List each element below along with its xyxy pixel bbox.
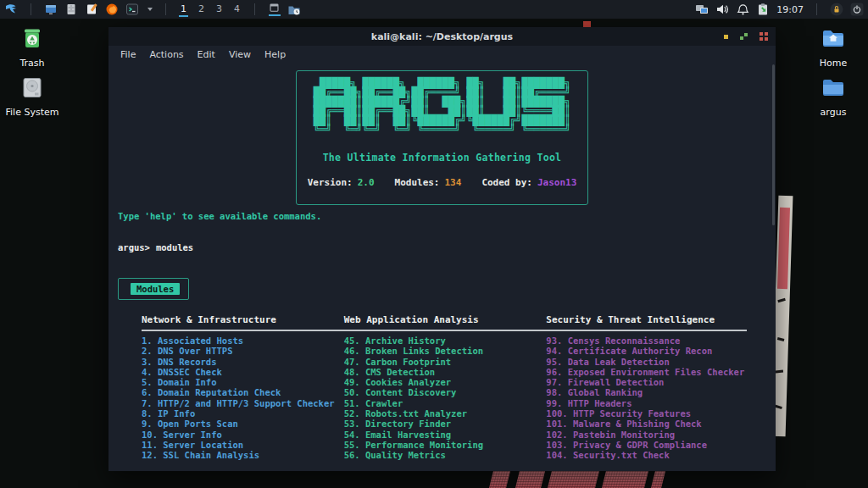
table-header-row: Network & Infrastructure Web Application… xyxy=(142,314,748,325)
module-list-item: 6. Domain Reputation Check xyxy=(142,387,344,397)
panel-separator xyxy=(31,3,31,15)
modules-panel-title: Modules xyxy=(131,283,180,295)
module-list-item: 8. IP Info xyxy=(142,408,344,419)
desktop-icon-trash[interactable]: Trash xyxy=(0,25,64,69)
file-cabinet-icon[interactable] xyxy=(64,3,78,16)
coder-field: Coded by:Jason13 xyxy=(481,177,576,188)
module-list-item: 99. HTTP Headers xyxy=(546,398,748,408)
column-header: Security & Threat Intelligence xyxy=(546,314,748,325)
coder-value: Jason13 xyxy=(537,177,576,188)
module-list-item: 48. CMS Detection xyxy=(344,367,547,377)
module-list-item: 47. Carbon Footprint xyxy=(344,357,547,367)
module-list-item: 103. Privacy & GDPR Compliance xyxy=(546,440,748,450)
terminal-scrollbar[interactable] xyxy=(772,64,775,225)
window-title: kali@kali: ~/Desktop/argus xyxy=(108,31,776,42)
version-value: 2.0 xyxy=(358,177,375,188)
tagline: The Ultimate Information Gathering Tool xyxy=(323,152,562,164)
module-list-item: 51. Crawler xyxy=(344,398,547,408)
module-list-item: 3. DNS Records xyxy=(142,357,344,367)
modules-table: Network & Infrastructure Web Application… xyxy=(142,314,748,461)
window-menubar: FileActionsEditViewHelp xyxy=(108,46,776,63)
folder-clock-icon[interactable] xyxy=(287,3,301,16)
desktop-icon-home[interactable]: Home xyxy=(801,25,865,69)
module-list-item: 55. Performance Monitoring xyxy=(344,440,547,450)
desktop-icon-file-system[interactable]: File System xyxy=(0,75,64,118)
window-titlebar[interactable]: kali@kali: ~/Desktop/argus xyxy=(108,27,776,46)
module-list-item: 4. DNSSEC Check xyxy=(142,367,344,377)
terminal-icon[interactable] xyxy=(125,3,139,16)
close-button[interactable] xyxy=(760,32,768,41)
module-list-item: 94. Certificate Authority Recon xyxy=(546,346,748,356)
module-list-item: 56. Quality Metrics xyxy=(344,450,547,460)
prompt: argus> xyxy=(118,242,150,252)
panel-separator xyxy=(816,3,817,15)
column-header: Network & Infrastructure xyxy=(142,314,344,325)
minimize-button[interactable] xyxy=(724,35,728,39)
module-list-item: 95. Data Leak Detection xyxy=(546,357,748,367)
modules-count-value: 134 xyxy=(445,177,462,188)
modules-count-field: Modules:134 xyxy=(395,177,462,188)
terminal-window: kali@kali: ~/Desktop/argus FileActionsEd… xyxy=(108,27,776,471)
module-list-item: 52. Robots.txt Analyzer xyxy=(344,408,547,419)
desktop-icon-label: Trash xyxy=(0,58,64,69)
notes-icon[interactable] xyxy=(85,3,98,16)
desktop-icon-label: argus xyxy=(801,107,865,118)
module-list-item: 45. Archive History xyxy=(344,336,547,346)
table-separator xyxy=(142,330,747,331)
desktop-icon-label: File System xyxy=(0,107,64,118)
chevron-down-icon[interactable] xyxy=(147,8,153,11)
notifications-bell-icon[interactable] xyxy=(736,3,749,16)
workspace-switcher[interactable]: 1234 xyxy=(179,3,242,17)
module-list-item: 93. Censys Reconnaissance xyxy=(546,336,748,346)
menu-item[interactable]: File xyxy=(114,49,142,60)
version-field: Version:2.0 xyxy=(308,177,375,188)
workspace-button[interactable]: 4 xyxy=(232,3,242,17)
panel-clock[interactable]: 19:07 xyxy=(776,4,804,15)
module-list-item: 101. Malware & Phishing Check xyxy=(546,419,748,429)
workspace-button[interactable]: 3 xyxy=(214,3,224,17)
module-column-security: 93. Censys Reconnaissance94. Certificate… xyxy=(546,336,748,461)
module-list-item: 46. Broken Links Detection xyxy=(344,346,547,356)
menu-item[interactable]: View xyxy=(222,49,258,60)
clipboard-icon[interactable] xyxy=(756,3,770,16)
lock-icon[interactable] xyxy=(830,3,843,16)
menu-item[interactable]: Help xyxy=(258,49,292,60)
terminal-content: █████╗ ██████╗ ██████╗ ██╗ ██╗███████╗ █… xyxy=(108,63,776,471)
desktop-icon-argus[interactable]: argus xyxy=(801,75,865,118)
module-list-item: 104. Security.txt Check xyxy=(546,450,748,460)
panel-separator xyxy=(254,3,255,15)
command-line[interactable]: argus>modules xyxy=(118,242,193,252)
window-launcher-icon[interactable] xyxy=(44,3,58,16)
network-icon[interactable] xyxy=(695,3,709,16)
menu-item[interactable]: Edit xyxy=(191,49,222,60)
module-list-item: 97. Firewall Detection xyxy=(546,377,748,387)
desktop-icon-label: Home xyxy=(801,58,865,69)
workspace-button[interactable]: 2 xyxy=(197,3,206,17)
folder-icon xyxy=(819,75,848,102)
argus-banner-box: █████╗ ██████╗ ██████╗ ██╗ ██╗███████╗ █… xyxy=(296,70,588,205)
module-list-item: 50. Content Discovery xyxy=(344,387,547,397)
typed-command: modules xyxy=(156,242,193,252)
home-folder-icon xyxy=(819,25,848,53)
module-list-item: 96. Exposed Environment Files Checker xyxy=(546,367,748,377)
volume-icon[interactable] xyxy=(715,3,729,16)
module-list-item: 10. Server Info xyxy=(142,430,344,440)
panel-separator xyxy=(165,3,166,15)
trash-icon xyxy=(18,25,47,53)
workspace-button[interactable]: 1 xyxy=(179,3,188,17)
firefox-icon[interactable] xyxy=(105,3,119,16)
hard-drive-icon xyxy=(18,75,47,102)
module-list-item: 12. SSL Chain Analysis xyxy=(142,450,344,460)
kali-menu-icon[interactable] xyxy=(4,3,18,16)
module-column-web: 45. Archive History46. Broken Links Dete… xyxy=(344,336,547,461)
module-column-network: 1. Associated Hosts2. DNS Over HTTPS3. D… xyxy=(142,336,344,461)
menu-item[interactable]: Actions xyxy=(142,49,190,60)
taskbar-window-button[interactable] xyxy=(268,3,281,16)
module-list-item: 5. Domain Info xyxy=(142,377,344,387)
module-list-item: 98. Global Ranking xyxy=(546,387,748,397)
power-icon[interactable] xyxy=(850,3,864,16)
maximize-button[interactable] xyxy=(739,32,748,41)
module-list-item: 11. Server Location xyxy=(142,440,344,450)
banner-meta-row: Version:2.0 Modules:134 Coded by:Jason13 xyxy=(308,177,577,188)
top-panel: 1234 19:07 xyxy=(0,0,868,19)
